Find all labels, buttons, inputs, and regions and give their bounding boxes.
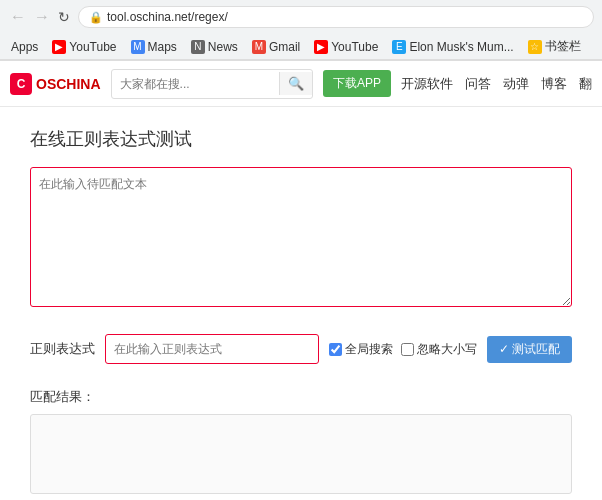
regex-row: 正则表达式 全局搜索 忽略大小写 ✓ 测试匹配 bbox=[30, 326, 572, 372]
page-content: 在线正则表达式测试 正则表达式 全局搜索 忽略大小写 ✓ 测试匹配 匹配结果： bbox=[0, 107, 602, 500]
logo-icon: C bbox=[10, 73, 32, 95]
bookmark-maps-label: Maps bbox=[148, 40, 177, 54]
news-icon: N bbox=[191, 40, 205, 54]
checkbox-group: 全局搜索 忽略大小写 bbox=[329, 341, 477, 358]
site-header: C OSCHINA 🔍 下载APP 开源软件 问答 动弹 博客 翻 bbox=[0, 61, 602, 107]
logo-text: OSCHINA bbox=[36, 76, 101, 92]
bookmark-youtube1[interactable]: ▶ YouTube bbox=[49, 39, 119, 55]
bookmarks-bar: Apps ▶ YouTube M Maps N News M Gmail ▶ Y… bbox=[0, 34, 602, 60]
global-search-label: 全局搜索 bbox=[345, 341, 393, 358]
bookmark-apps[interactable]: Apps bbox=[8, 39, 41, 55]
header-search-bar[interactable]: 🔍 bbox=[111, 69, 313, 99]
elon-icon: E bbox=[392, 40, 406, 54]
forward-button[interactable]: → bbox=[32, 9, 52, 25]
nav-dongtan[interactable]: 动弹 bbox=[503, 75, 529, 93]
nav-blog[interactable]: 博客 bbox=[541, 75, 567, 93]
bookmark-youtube2[interactable]: ▶ YouTube bbox=[311, 39, 381, 55]
header-search-button[interactable]: 🔍 bbox=[279, 72, 312, 95]
global-search-checkbox[interactable] bbox=[329, 343, 342, 356]
bookmark-news-label: News bbox=[208, 40, 238, 54]
header-nav: 开源软件 问答 动弹 博客 翻 bbox=[401, 75, 592, 93]
bookmark-elon-label: Elon Musk's Mum... bbox=[409, 40, 513, 54]
bookmark-youtube2-label: YouTube bbox=[331, 40, 378, 54]
nav-qa[interactable]: 问答 bbox=[465, 75, 491, 93]
lock-icon: 🔒 bbox=[89, 11, 103, 24]
regex-label: 正则表达式 bbox=[30, 340, 95, 358]
back-button[interactable]: ← bbox=[8, 9, 28, 25]
bookmark-bookmarks-label: 书签栏 bbox=[545, 38, 581, 55]
browser-toolbar: ← → ↻ 🔒 tool.oschina.net/regex/ bbox=[0, 0, 602, 34]
bookmark-apps-label: Apps bbox=[11, 40, 38, 54]
result-label: 匹配结果： bbox=[30, 388, 572, 406]
regex-input[interactable] bbox=[105, 334, 319, 364]
ignore-case-label: 忽略大小写 bbox=[417, 341, 477, 358]
result-textarea bbox=[30, 414, 572, 494]
nav-opensource[interactable]: 开源软件 bbox=[401, 75, 453, 93]
youtube2-icon: ▶ bbox=[314, 40, 328, 54]
global-search-checkbox-label[interactable]: 全局搜索 bbox=[329, 341, 393, 358]
test-match-button[interactable]: ✓ 测试匹配 bbox=[487, 336, 572, 363]
nav-arrows: ← → ↻ bbox=[8, 9, 72, 25]
page-title: 在线正则表达式测试 bbox=[30, 127, 572, 151]
reload-button[interactable]: ↻ bbox=[58, 9, 70, 25]
bookmark-maps[interactable]: M Maps bbox=[128, 39, 180, 55]
header-search-input[interactable] bbox=[112, 73, 279, 95]
match-text-input[interactable] bbox=[30, 167, 572, 307]
bookmark-bookmarks[interactable]: ☆ 书签栏 bbox=[525, 37, 584, 56]
bookmark-gmail-label: Gmail bbox=[269, 40, 300, 54]
bookmark-news[interactable]: N News bbox=[188, 39, 241, 55]
ignore-case-checkbox-label[interactable]: 忽略大小写 bbox=[401, 341, 477, 358]
maps-icon: M bbox=[131, 40, 145, 54]
browser-chrome: ← → ↻ 🔒 tool.oschina.net/regex/ Apps ▶ Y… bbox=[0, 0, 602, 61]
ignore-case-checkbox[interactable] bbox=[401, 343, 414, 356]
bookmarks-folder-icon: ☆ bbox=[528, 40, 542, 54]
test-match-button-label: ✓ 测试匹配 bbox=[499, 341, 560, 358]
nav-more[interactable]: 翻 bbox=[579, 75, 592, 93]
address-text: tool.oschina.net/regex/ bbox=[107, 10, 228, 24]
text-area-section bbox=[30, 167, 572, 310]
bookmark-youtube1-label: YouTube bbox=[69, 40, 116, 54]
download-app-button[interactable]: 下载APP bbox=[323, 70, 391, 97]
gmail-icon: M bbox=[252, 40, 266, 54]
site-logo[interactable]: C OSCHINA bbox=[10, 73, 101, 95]
bookmark-gmail[interactable]: M Gmail bbox=[249, 39, 303, 55]
bookmark-elon[interactable]: E Elon Musk's Mum... bbox=[389, 39, 516, 55]
youtube-icon: ▶ bbox=[52, 40, 66, 54]
address-bar[interactable]: 🔒 tool.oschina.net/regex/ bbox=[78, 6, 594, 28]
result-section: 匹配结果： bbox=[30, 388, 572, 497]
